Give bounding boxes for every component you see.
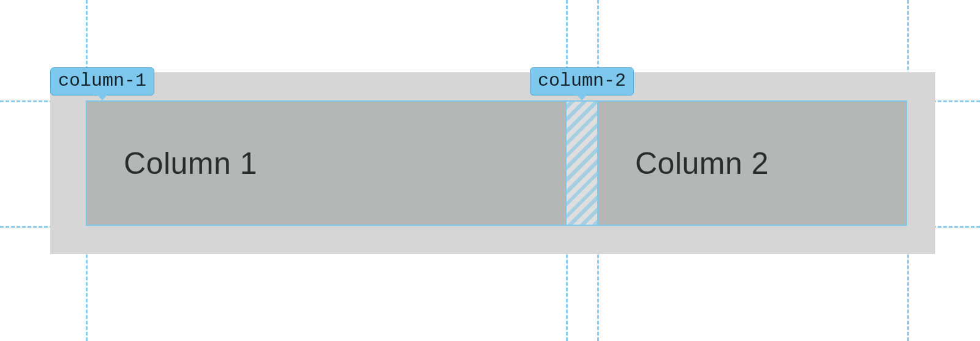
column-1-text: Column 1 (124, 146, 257, 181)
column-1: column-1 Column 1 (86, 100, 567, 226)
column-1-label-badge: column-1 (50, 67, 154, 96)
grid-row: column-1 Column 1 column-2 Column 2 (86, 100, 907, 226)
column-2-text: Column 2 (635, 146, 769, 181)
column-2-label-badge: column-2 (530, 67, 634, 96)
column-2: Column 2 (597, 100, 907, 226)
grid-container: column-1 Column 1 column-2 Column 2 (50, 72, 935, 254)
grid-gap: column-2 (567, 100, 597, 226)
column-2-label-text: column-2 (538, 70, 626, 91)
column-1-label-text: column-1 (58, 70, 146, 91)
